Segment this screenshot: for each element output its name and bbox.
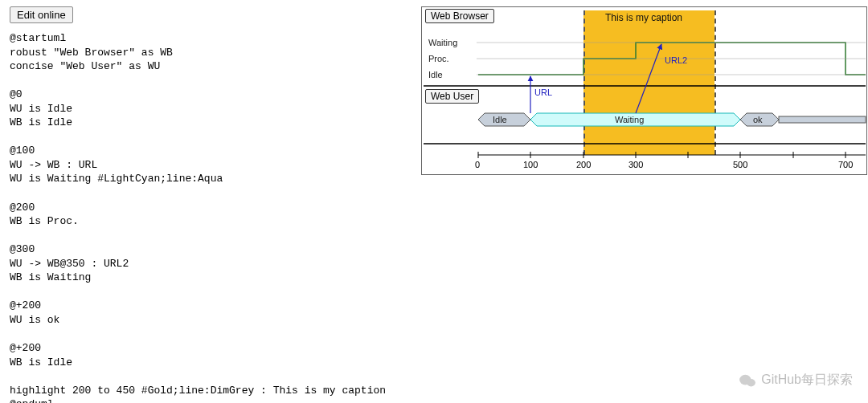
svg-point-21: [747, 379, 755, 386]
tick-500: 500: [733, 160, 747, 169]
watermark-text: GitHub每日探索: [761, 372, 853, 389]
wu-state-idle: Idle: [493, 115, 507, 124]
timing-diagram: This is my caption Web Browser Waiting P…: [421, 6, 867, 175]
msg-url2-label: URL2: [665, 55, 687, 65]
tick-700: 700: [838, 160, 853, 169]
left-column: Edit online @startuml robust "Web Browse…: [10, 6, 411, 397]
plantuml-source-code: @startuml robust "Web Browser" as WB con…: [10, 31, 411, 403]
svg-rect-8: [779, 116, 866, 123]
right-column: This is my caption Web Browser Waiting P…: [421, 6, 867, 397]
wu-state-waiting: Waiting: [615, 115, 644, 124]
edit-online-button[interactable]: Edit online: [10, 6, 73, 23]
diagram-svg: [422, 7, 868, 176]
msg-url-label: URL: [534, 88, 552, 97]
tick-0: 0: [475, 160, 480, 169]
tick-100: 100: [523, 160, 538, 169]
wechat-icon: [739, 373, 756, 388]
svg-line-10: [636, 44, 661, 113]
tick-200: 200: [576, 160, 591, 169]
wu-state-ok: ok: [753, 115, 763, 124]
watermark: GitHub每日探索: [739, 372, 853, 389]
page-root: Edit online @startuml robust "Web Browse…: [0, 0, 868, 403]
tick-300: 300: [628, 160, 643, 169]
